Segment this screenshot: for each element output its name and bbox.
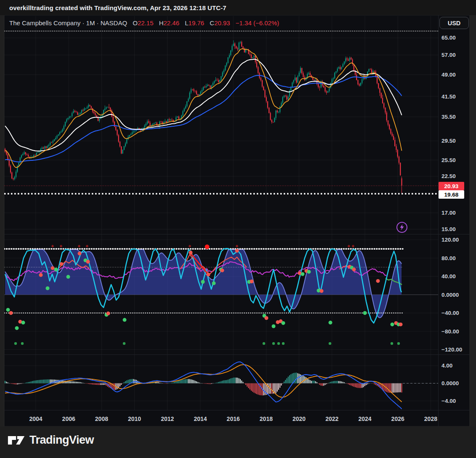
watermark-text: overkilltrading created with TradingView…	[9, 4, 226, 11]
svg-text:41.50: 41.50	[441, 93, 456, 100]
footer: TradingView	[0, 426, 476, 458]
change-value: −1.34 (−6.02%)	[236, 19, 279, 27]
lightning-bolt-icon	[396, 221, 408, 234]
svg-text:2014: 2014	[194, 415, 207, 422]
svg-text:2010: 2010	[128, 415, 141, 422]
svg-text:4.00: 4.00	[441, 362, 452, 369]
signal-dot	[221, 269, 224, 272]
svg-text:−40.00: −40.00	[441, 310, 459, 316]
tradingview-icon	[8, 435, 25, 446]
signal-dot	[307, 270, 311, 274]
last-price-badge: 20.93	[439, 182, 464, 190]
signal-dot	[352, 268, 356, 272]
high-label: H	[159, 19, 164, 27]
signal-dot	[265, 316, 269, 320]
bottom-signal-dot	[123, 342, 125, 345]
signal-dot	[39, 273, 43, 277]
svg-text:0.0000: 0.0000	[441, 292, 459, 298]
signal-dot	[66, 275, 70, 279]
level-price-badge: 19.68	[439, 190, 464, 199]
close-value: 20.93	[214, 19, 230, 27]
signal-dot	[207, 273, 210, 277]
svg-text:2008: 2008	[95, 415, 108, 422]
signal-dot	[399, 322, 403, 326]
bottom-signal-dot	[277, 342, 280, 345]
svg-text:2012: 2012	[161, 415, 174, 422]
signal-dot	[123, 318, 127, 322]
currency-button[interactable]: USD	[439, 17, 469, 29]
svg-text:2020: 2020	[293, 415, 306, 422]
signal-dot	[86, 260, 90, 264]
svg-text:120.00: 120.00	[441, 237, 459, 243]
svg-text:2016: 2016	[227, 415, 240, 422]
signal-dot	[60, 262, 64, 266]
svg-text:−80.00: −80.00	[441, 328, 459, 335]
signal-dot	[46, 286, 50, 290]
svg-text:25.50: 25.50	[441, 157, 456, 163]
open-value: 22.15	[138, 19, 154, 27]
signal-dot	[235, 249, 239, 253]
bottom-signal-dot	[263, 342, 265, 345]
svg-text:29.50: 29.50	[441, 138, 456, 144]
symbol-legend[interactable]: The Campbells Company · 1M · NASDAQ O22.…	[9, 19, 279, 27]
page-background: overkilltrading created with TradingView…	[0, 0, 476, 458]
svg-text:2006: 2006	[62, 415, 75, 422]
bottom-signal-dot	[14, 342, 17, 345]
signal-dot	[376, 279, 380, 283]
signal-dot	[15, 326, 19, 330]
svg-text:22.50: 22.50	[441, 173, 456, 179]
tradingview-logo[interactable]: TradingView	[8, 434, 94, 447]
signal-dot	[21, 321, 25, 325]
tradingview-wordmark: TradingView	[29, 434, 94, 447]
lightning-button[interactable]	[396, 221, 408, 234]
svg-text:−4.00: −4.00	[441, 398, 456, 404]
svg-text:2018: 2018	[260, 415, 273, 422]
svg-text:40.00: 40.00	[441, 273, 456, 280]
bottom-signal-dot	[282, 342, 285, 345]
open-label: O	[133, 19, 138, 27]
svg-text:49.00: 49.00	[441, 72, 456, 78]
signal-dot	[54, 268, 58, 272]
signal-dot	[391, 322, 394, 326]
signal-dot	[320, 289, 324, 293]
bottom-signal-dot	[272, 342, 275, 345]
svg-text:15.00: 15.00	[441, 226, 456, 232]
svg-text:2024: 2024	[358, 415, 371, 422]
close-label: C	[210, 19, 214, 27]
svg-text:−120.00: −120.00	[441, 346, 462, 353]
svg-text:2022: 2022	[325, 415, 338, 422]
svg-text:0.0000: 0.0000	[441, 380, 459, 386]
signal-dot	[51, 266, 55, 270]
low-value: 19.76	[189, 19, 205, 27]
high-value: 22.46	[164, 19, 180, 27]
signal-dot	[272, 325, 276, 328]
big-red-signal-dot	[205, 245, 210, 249]
svg-text:65.00: 65.00	[441, 35, 456, 41]
watermark-bar: overkilltrading created with TradingView…	[0, 0, 476, 15]
signal-dot	[212, 281, 216, 285]
svg-text:57.00: 57.00	[441, 52, 456, 58]
svg-text:80.00: 80.00	[441, 255, 456, 261]
signal-dot	[78, 252, 82, 256]
svg-text:2026: 2026	[391, 415, 404, 422]
signal-dot	[201, 280, 205, 284]
signal-dot	[301, 272, 305, 276]
symbol-title: The Campbells Company · 1M · NASDAQ	[9, 19, 127, 27]
bottom-signal-dot	[391, 342, 393, 345]
signal-dot	[6, 308, 10, 312]
bottom-signal-dot	[397, 342, 400, 345]
signal-dot	[9, 311, 13, 315]
signal-dot	[250, 280, 254, 283]
bottom-signal-dot	[21, 342, 24, 345]
low-label: L	[185, 19, 188, 27]
svg-text:17.00: 17.00	[441, 210, 456, 216]
signal-dot	[363, 311, 367, 315]
signal-dot	[282, 321, 285, 325]
svg-text:35.50: 35.50	[441, 114, 456, 120]
signal-dot	[329, 321, 332, 325]
signal-dot	[106, 312, 110, 315]
svg-text:2004: 2004	[29, 415, 42, 422]
signal-dot	[189, 250, 193, 254]
svg-text:2028: 2028	[424, 415, 437, 422]
bottom-signal-dot	[329, 342, 331, 345]
